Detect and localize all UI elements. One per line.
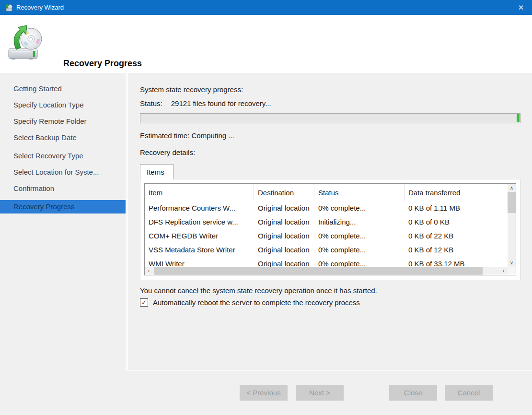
estimated-time-label: Estimated time: Computing ... xyxy=(140,131,234,140)
sidebar-item: Select Recovery Type xyxy=(0,149,126,163)
tab-items[interactable]: Items xyxy=(140,164,173,179)
sidebar-item: Select Location for Syste... xyxy=(0,166,126,179)
vertical-scrollbar[interactable]: ∧ ∨ xyxy=(508,184,516,267)
cell-status: 0% complete... xyxy=(314,201,405,215)
recovery-drive-icon xyxy=(6,24,45,64)
cell-status: Initializing... xyxy=(314,215,405,229)
sidebar-item: Recovery Progress xyxy=(0,200,126,213)
previous-button[interactable]: < Previous xyxy=(240,385,288,401)
table-row[interactable]: Performance Counters W... Original locat… xyxy=(145,201,516,215)
window-titlebar: Recovery Wizard ✕ xyxy=(0,0,532,15)
sidebar-item: Specify Remote Folder xyxy=(0,115,126,128)
status-row: Status:29121 files found for recovery... xyxy=(140,99,271,107)
cell-destination: Original location xyxy=(254,229,314,243)
tab-items-label: Items xyxy=(147,168,164,176)
recovery-items-listview: ItemDestinationStatusData transferred Pe… xyxy=(144,183,516,275)
horizontal-scrollbar-thumb[interactable] xyxy=(154,267,483,275)
cell-item: DFS Replication service w... xyxy=(145,215,254,229)
window-title: Recovery Wizard xyxy=(16,4,64,11)
cell-data-transferred: 0 KB of 12 KB xyxy=(405,243,516,257)
cannot-cancel-note: You cannot cancel the system state recov… xyxy=(140,286,377,295)
cell-destination: Original location xyxy=(254,201,314,215)
footer-button-bar: < Previous Next > Close Cancel xyxy=(0,371,532,415)
cancel-button[interactable]: Cancel xyxy=(445,385,493,401)
next-button[interactable]: Next > xyxy=(296,385,344,401)
column-header[interactable]: Data transferred xyxy=(405,184,516,201)
cell-item: Performance Counters W... xyxy=(145,201,254,215)
scroll-left-icon[interactable]: ‹ xyxy=(145,267,153,275)
cell-item: WMI Writer xyxy=(145,257,254,267)
status-label: Status: xyxy=(140,99,162,107)
cell-data-transferred: 0 KB of 33.12 MB xyxy=(405,257,516,267)
cell-destination: Original location xyxy=(254,243,314,257)
sidebar-item: Confirmation xyxy=(0,182,126,195)
cell-item: COM+ REGDB Writer xyxy=(145,229,254,243)
main-pane: System state recovery progress: Status:2… xyxy=(128,73,532,370)
close-button[interactable]: ✕ xyxy=(510,0,532,15)
items-tab-panel: ItemDestinationStatusData transferred Pe… xyxy=(140,179,520,280)
progress-section-label: System state recovery progress: xyxy=(140,85,243,94)
cell-data-transferred: 0 KB of 22 KB xyxy=(405,229,516,243)
status-value: 29121 files found for recovery... xyxy=(171,99,271,107)
column-header[interactable]: Item xyxy=(145,184,254,201)
wizard-body: Getting StartedSpecify Location TypeSpec… xyxy=(0,73,532,370)
vertical-scrollbar-thumb[interactable] xyxy=(508,192,516,213)
sidebar-item: Getting Started xyxy=(0,82,126,95)
checkmark-icon: ✓ xyxy=(141,299,147,306)
progress-bar-marquee-chunk xyxy=(517,114,520,122)
close-icon: ✕ xyxy=(518,3,524,12)
cell-data-transferred: 0 KB of 0 KB xyxy=(405,215,516,229)
listview-rows: Performance Counters W... Original locat… xyxy=(145,201,516,267)
reboot-checkbox-label: Automatically reboot the server to compl… xyxy=(153,298,360,307)
close-wizard-button[interactable]: Close xyxy=(389,385,437,401)
column-header[interactable]: Status xyxy=(314,184,405,201)
horizontal-scrollbar[interactable]: ‹ › xyxy=(145,267,508,275)
reboot-checkbox-row[interactable]: ✓ Automatically reboot the server to com… xyxy=(140,298,360,307)
listview-header[interactable]: ItemDestinationStatusData transferred xyxy=(145,184,516,201)
cell-item: VSS Metadata Store Writer xyxy=(145,243,254,257)
scrollbar-corner xyxy=(508,267,516,275)
wizard-steps-sidebar: Getting StartedSpecify Location TypeSpec… xyxy=(0,73,126,370)
cell-destination: Original location xyxy=(254,257,314,267)
wizard-header: Recovery Progress xyxy=(0,15,532,73)
recovery-wizard-icon xyxy=(4,3,12,12)
table-row[interactable]: WMI Writer Original location 0% complete… xyxy=(145,257,516,267)
scroll-up-icon[interactable]: ∧ xyxy=(508,184,516,192)
table-row[interactable]: COM+ REGDB Writer Original location 0% c… xyxy=(145,229,516,243)
scroll-right-icon[interactable]: › xyxy=(499,267,508,275)
cell-status: 0% complete... xyxy=(314,257,405,267)
table-row[interactable]: DFS Replication service w... Original lo… xyxy=(145,215,516,229)
cell-status: 0% complete... xyxy=(314,243,405,257)
reboot-checkbox[interactable]: ✓ xyxy=(140,298,148,307)
recovery-progress-bar xyxy=(140,113,520,123)
cell-data-transferred: 0 KB of 1.11 MB xyxy=(405,201,516,215)
scroll-down-icon[interactable]: ∨ xyxy=(508,259,516,267)
page-title: Recovery Progress xyxy=(63,59,142,69)
table-row[interactable]: VSS Metadata Store Writer Original locat… xyxy=(145,243,516,257)
sidebar-item: Specify Location Type xyxy=(0,98,126,112)
column-header[interactable]: Destination xyxy=(254,184,314,201)
recovery-details-label: Recovery details: xyxy=(140,148,195,156)
sidebar-item: Select Backup Date xyxy=(0,131,126,144)
cell-status: 0% complete... xyxy=(314,229,405,243)
cell-destination: Original location xyxy=(254,215,314,229)
